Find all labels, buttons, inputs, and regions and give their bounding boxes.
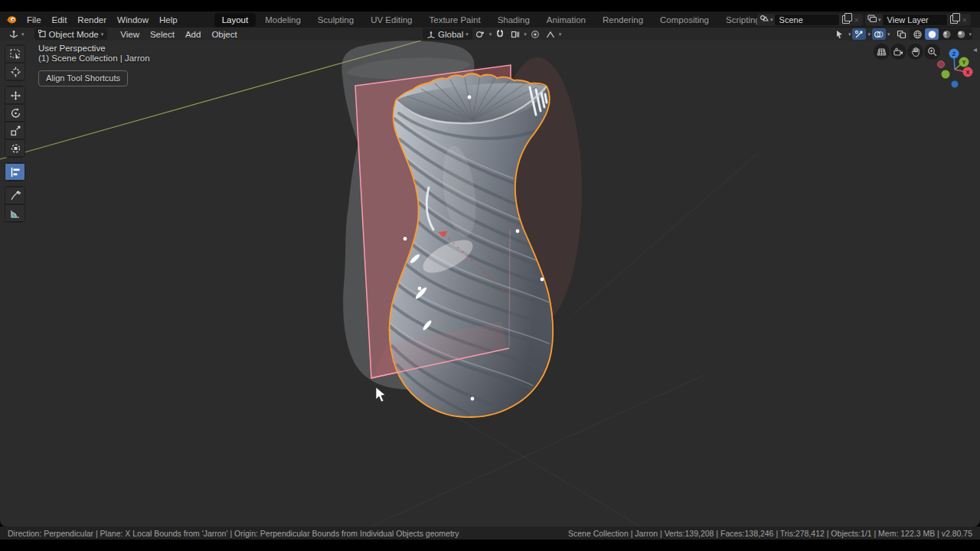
- align-tool-button[interactable]: [5, 163, 25, 181]
- menu-window[interactable]: Window: [112, 14, 154, 26]
- menu-help[interactable]: Help: [154, 14, 183, 26]
- perspective-toggle-button[interactable]: [874, 44, 890, 60]
- menu-edit[interactable]: Edit: [47, 14, 73, 26]
- solid-sphere-icon: [927, 30, 937, 39]
- overlays-caret[interactable]: ▾: [887, 31, 890, 37]
- menu-file[interactable]: File: [21, 14, 47, 26]
- object-menu[interactable]: Object: [206, 30, 242, 39]
- scene-selector: ▾ Scene ×: [757, 14, 863, 26]
- tab-rendering[interactable]: Rendering: [595, 13, 651, 27]
- shading-wireframe-button[interactable]: [910, 28, 924, 40]
- visibility-caret[interactable]: ▾: [848, 31, 851, 37]
- shading-caret[interactable]: ▾: [969, 31, 972, 37]
- tab-compositing[interactable]: Compositing: [652, 13, 717, 27]
- viewport-overlay-info: User Perspective (1) Scene Collection | …: [38, 44, 150, 86]
- new-view-layer-icon[interactable]: [950, 15, 958, 24]
- shading-solid-button[interactable]: [925, 28, 939, 40]
- proportional-falloff-dropdown[interactable]: [544, 28, 557, 40]
- object-type-visibility-dropdown[interactable]: [833, 28, 847, 40]
- view-layer-browse-caret[interactable]: ▾: [878, 17, 881, 22]
- tool-shelf: [5, 44, 25, 227]
- scene-browse-caret[interactable]: ▾: [770, 17, 773, 22]
- axis-negative-z-ball[interactable]: [952, 81, 959, 88]
- annotate-pen-icon: [10, 191, 21, 201]
- show-gizmo-toggle[interactable]: [852, 28, 866, 40]
- tab-animation[interactable]: Animation: [539, 13, 593, 27]
- axis-z-ball[interactable]: Z: [949, 49, 959, 59]
- move-tool-button[interactable]: [5, 86, 25, 104]
- viewport-3d[interactable]: User Perspective (1) Scene Collection | …: [0, 41, 980, 527]
- viewport-display-controls: ▾ ▾ ▾: [833, 28, 972, 40]
- cursor-tool-button[interactable]: [5, 63, 25, 80]
- shading-rendered-button[interactable]: [954, 28, 968, 40]
- scale-tool-button[interactable]: [5, 122, 25, 139]
- mode-selector[interactable]: Object Mode ▾: [34, 28, 108, 40]
- shading-mode-group: ▾: [910, 28, 972, 40]
- scene-canvas: [0, 41, 980, 527]
- shading-material-button[interactable]: [939, 28, 953, 40]
- view-menu[interactable]: View: [115, 30, 145, 39]
- transform-orientation-dropdown[interactable]: Global ▾: [423, 28, 472, 40]
- measure-icon: [10, 208, 21, 219]
- tab-layout[interactable]: Layout: [214, 13, 256, 27]
- falloff-curve-icon: [546, 30, 555, 39]
- add-menu[interactable]: Add: [180, 30, 206, 39]
- camera-view-button[interactable]: [890, 44, 906, 60]
- tab-sculpting[interactable]: Sculpting: [310, 13, 361, 27]
- view-layer-name-field[interactable]: View Layer: [883, 15, 947, 25]
- rotate-tool-button[interactable]: [5, 104, 25, 122]
- falloff-caret[interactable]: ▾: [559, 31, 562, 37]
- svg-text:X: X: [965, 69, 969, 76]
- menu-render[interactable]: Render: [72, 14, 112, 26]
- tab-modeling[interactable]: Modeling: [257, 13, 309, 27]
- show-overlays-toggle[interactable]: [872, 28, 886, 40]
- snap-caret[interactable]: ▾: [524, 31, 527, 37]
- axis-negative-y-ball[interactable]: [942, 70, 950, 79]
- pivot-caret[interactable]: ▾: [489, 31, 492, 37]
- snap-settings-dropdown[interactable]: [508, 28, 522, 40]
- topbar: File Edit Render Window Help Layout Mode…: [0, 11, 980, 28]
- scene-name-field[interactable]: Scene: [775, 15, 839, 25]
- sidebar-toggle-arrow[interactable]: ◂: [973, 45, 977, 54]
- view-layer-remove-icon[interactable]: ×: [961, 15, 969, 24]
- snap-toggle[interactable]: [493, 28, 507, 40]
- new-scene-icon[interactable]: [842, 15, 850, 24]
- annotate-tool-button[interactable]: [5, 187, 25, 204]
- gizmo-caret[interactable]: ▾: [867, 31, 871, 37]
- axis-negative-x-ball[interactable]: [938, 61, 945, 68]
- tab-uv-editing[interactable]: UV Editing: [363, 13, 420, 27]
- scene-unlink-icon[interactable]: ×: [853, 15, 861, 24]
- axis-y-ball[interactable]: Y: [959, 57, 969, 67]
- rotate-icon: [10, 108, 21, 119]
- status-bar: Direction: Perpendicular | Plane: X Loca…: [0, 527, 980, 540]
- overlays-icon: [874, 30, 884, 39]
- view-layer-icon[interactable]: [867, 15, 877, 24]
- tab-texture-paint[interactable]: Texture Paint: [422, 13, 488, 27]
- pivot-point-dropdown[interactable]: [474, 28, 488, 40]
- select-box-tool-button[interactable]: [5, 45, 25, 63]
- svg-text:Y: Y: [962, 59, 965, 66]
- align-tool-shortcuts-button[interactable]: Align Tool Shortcuts: [38, 70, 128, 86]
- viewport-nav-buttons: [874, 44, 940, 60]
- move-icon: [10, 90, 21, 101]
- wireframe-sphere-icon: [913, 30, 923, 39]
- scene-icon[interactable]: [760, 15, 769, 24]
- select-menu[interactable]: Select: [145, 30, 180, 39]
- blender-logo-icon[interactable]: [5, 15, 17, 24]
- object-mode-icon: [38, 30, 47, 38]
- proportional-editing-toggle[interactable]: [528, 28, 542, 40]
- axis-x-ball[interactable]: X: [963, 67, 973, 77]
- editor-type-selector[interactable]: ▾: [5, 28, 28, 40]
- transform-tool-button[interactable]: [5, 139, 25, 157]
- xray-toggle[interactable]: [894, 28, 908, 40]
- orientation-icon: [426, 30, 436, 38]
- svg-text:Z: Z: [952, 51, 956, 57]
- tab-shading[interactable]: Shading: [490, 13, 537, 27]
- gizmo-icon: [854, 30, 864, 39]
- mouse-cursor: [376, 387, 385, 402]
- scale-icon: [10, 126, 21, 136]
- hand-icon: [911, 47, 920, 57]
- editor-3d-viewport-icon: [8, 30, 19, 39]
- pan-view-button[interactable]: [907, 44, 923, 60]
- measure-tool-button[interactable]: [5, 204, 25, 222]
